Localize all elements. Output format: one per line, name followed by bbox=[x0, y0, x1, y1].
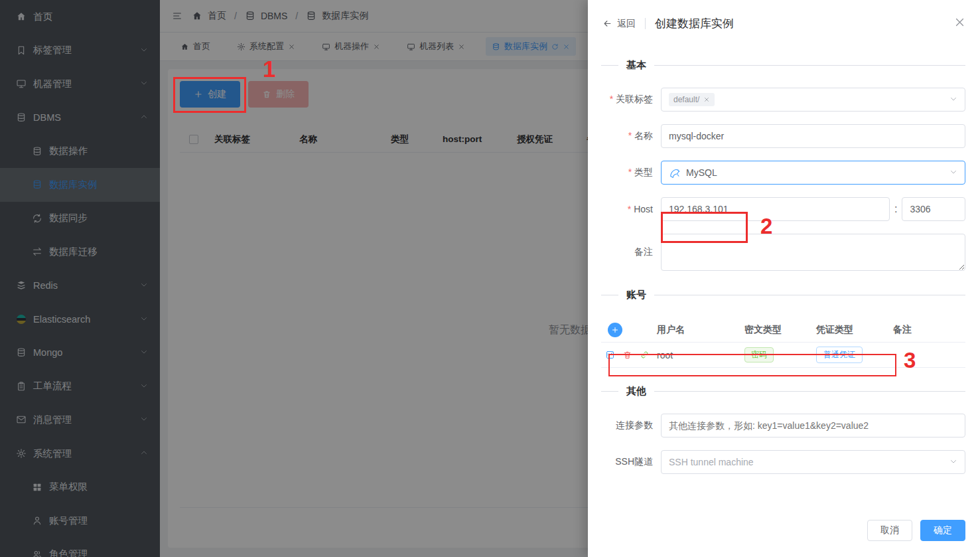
link-icon[interactable] bbox=[640, 350, 650, 360]
drawer-header: 返回 创建数据库实例 bbox=[588, 0, 980, 38]
section-account: 账号 bbox=[601, 289, 965, 301]
back-button[interactable]: 返回 bbox=[602, 18, 636, 30]
trash-icon[interactable] bbox=[622, 350, 632, 360]
credential-type-badge: 普通凭证 bbox=[816, 347, 863, 363]
ssh-tunnel-select[interactable]: SSH tunnel machine bbox=[661, 450, 965, 474]
account-row: root 密码 普通凭证 bbox=[601, 343, 965, 368]
field-tag: 关联标签 default/ bbox=[601, 88, 965, 112]
column-header: 备注 bbox=[893, 324, 965, 336]
divider bbox=[645, 18, 646, 29]
field-label: 连接参数 bbox=[601, 420, 653, 432]
host-port-group: : bbox=[661, 197, 965, 221]
drawer-footer: 取消 确定 bbox=[867, 520, 965, 541]
field-type: 类型 MySQL bbox=[601, 161, 965, 185]
section-other: 其他 bbox=[601, 385, 965, 398]
host-port-separator: : bbox=[894, 203, 897, 215]
chevron-down-icon bbox=[949, 457, 957, 467]
port-input-wrap bbox=[902, 197, 965, 221]
account-username: root bbox=[657, 350, 744, 360]
field-label: 类型 bbox=[601, 167, 653, 179]
field-label: 关联标签 bbox=[601, 94, 653, 106]
ssh-placeholder: SSH tunnel machine bbox=[669, 457, 754, 467]
back-label: 返回 bbox=[617, 18, 636, 30]
field-label: Host bbox=[601, 204, 653, 214]
field-label: 备注 bbox=[601, 246, 653, 258]
params-input-wrap bbox=[661, 414, 965, 438]
field-connection-params: 连接参数 bbox=[601, 414, 965, 438]
arrow-left-icon bbox=[602, 19, 612, 29]
confirm-button[interactable]: 确定 bbox=[920, 520, 965, 541]
section-title: 基本 bbox=[626, 59, 646, 72]
create-db-instance-drawer: 返回 创建数据库实例 基本 关联标签 default/ bbox=[588, 0, 980, 557]
field-ssh-tunnel: SSH隧道 SSH tunnel machine bbox=[601, 450, 965, 474]
connection-params-input[interactable] bbox=[669, 414, 957, 437]
field-name: 名称 bbox=[601, 124, 965, 148]
mysql-icon bbox=[669, 167, 686, 179]
section-title: 其他 bbox=[626, 385, 646, 398]
close-icon[interactable] bbox=[703, 96, 710, 103]
tag-select[interactable]: default/ bbox=[661, 88, 965, 112]
drawer-title: 创建数据库实例 bbox=[655, 16, 734, 31]
account-table: 用户名 密文类型 凭证类型 备注 root 密码 普通凭证 bbox=[601, 317, 965, 368]
selected-tag: default/ bbox=[669, 93, 715, 106]
app-root: 首页 标签管理 机器管理 DBMS 数据操作 数据库实例 数据同步 bbox=[0, 0, 980, 557]
row-actions bbox=[601, 350, 657, 360]
column-header: 密文类型 bbox=[744, 324, 816, 336]
field-label: 名称 bbox=[601, 130, 653, 142]
type-select[interactable]: MySQL bbox=[661, 161, 965, 185]
port-input[interactable] bbox=[910, 198, 957, 220]
field-label: SSH隧道 bbox=[601, 456, 653, 468]
cancel-button[interactable]: 取消 bbox=[867, 520, 912, 541]
remark-textarea[interactable] bbox=[661, 234, 965, 271]
field-host: Host : bbox=[601, 197, 965, 221]
column-header: 凭证类型 bbox=[816, 324, 893, 336]
edit-icon[interactable] bbox=[605, 350, 615, 360]
tag-value: default/ bbox=[673, 95, 699, 104]
drawer-body: 基本 关联标签 default/ 名称 类型 bbox=[588, 38, 980, 474]
name-input[interactable] bbox=[669, 125, 957, 147]
host-input-wrap bbox=[661, 197, 890, 221]
chevron-down-icon bbox=[949, 94, 957, 105]
add-account-button[interactable] bbox=[608, 323, 622, 337]
name-input-wrap bbox=[661, 124, 965, 148]
field-remark: 备注 bbox=[601, 234, 965, 271]
close-icon[interactable] bbox=[954, 17, 965, 31]
account-header-row: 用户名 密文类型 凭证类型 备注 bbox=[601, 317, 965, 343]
chevron-down-icon bbox=[949, 167, 957, 178]
section-basic: 基本 bbox=[601, 59, 965, 72]
section-title: 账号 bbox=[626, 289, 646, 301]
host-input[interactable] bbox=[669, 198, 882, 220]
cipher-type-badge: 密码 bbox=[744, 347, 774, 362]
column-header: 用户名 bbox=[657, 324, 744, 336]
type-value: MySQL bbox=[686, 167, 717, 178]
